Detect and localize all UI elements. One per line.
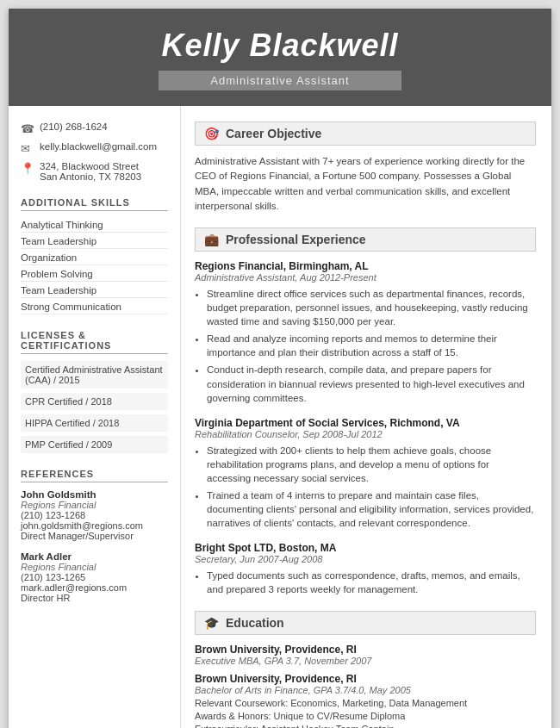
job-bullets: Typed documents such as correspondence, … (195, 569, 536, 596)
career-objective-icon: 🎯 (204, 127, 219, 140)
ref-email: john.goldsmith@regions.com (21, 520, 168, 531)
license-item: CPR Certified / 2018 (21, 393, 168, 410)
resume-container: Kelly Blackwell Administrative Assistant… (9, 9, 551, 728)
email-item: ✉ kelly.blackwell@gmail.com (21, 141, 168, 155)
job-subtitle: Secretary, Jun 2007-Aug 2008 (195, 554, 536, 564)
job-item: Regions Financial, Birmingham, AL Admini… (195, 260, 536, 405)
job-company: Virginia Department of Social Services, … (195, 417, 536, 429)
ref-email: mark.adler@regions.com (21, 582, 168, 593)
ref-name: Mark Adler (21, 551, 168, 562)
job-bullet: Conduct in-depth research, compile data,… (207, 363, 536, 404)
school-degree: Bachelor of Arts in Finance, GPA 3.7/4.0… (195, 685, 536, 695)
career-objective-header: 🎯 Career Objective (195, 121, 536, 146)
license-item: PMP Certified / 2009 (21, 436, 168, 453)
job-bullet: Streamline direct office services such a… (207, 287, 536, 328)
job-company: Bright Spot LTD, Boston, MA (195, 542, 536, 554)
school-item: Brown University, Providence, RI Executi… (195, 644, 536, 666)
references-section: REFERENCES John Goldsmith Regions Financ… (21, 469, 168, 603)
reference-item: Mark Adler Regions Financial (210) 123-1… (21, 551, 168, 603)
job-bullet: Strategized with 200+ clients to help th… (207, 444, 536, 485)
license-item: Certified Administrative Assistant (CAA)… (21, 361, 168, 389)
job-subtitle: Rehabilitation Counselor, Sep 2008-Jul 2… (195, 429, 536, 439)
resume-header: Kelly Blackwell Administrative Assistant (9, 9, 551, 106)
school-item: Brown University, Providence, RI Bachelo… (195, 673, 536, 729)
skills-title: ADDITIONAL SKILLS (21, 197, 168, 211)
references-list: John Goldsmith Regions Financial (210) 1… (21, 489, 168, 603)
references-title: REFERENCES (21, 469, 168, 482)
location-icon: 📍 (21, 162, 34, 175)
ref-phone: (210) 123-1265 (21, 572, 168, 582)
career-objective-text: Administrative Assistant with 7+ years o… (195, 154, 536, 214)
jobs-list: Regions Financial, Birmingham, AL Admini… (195, 260, 536, 597)
candidate-name: Kelly Blackwell (26, 28, 534, 64)
licenses-section: LICENSES & CERTIFICATIONS Certified Admi… (21, 330, 168, 453)
job-bullet: Trained a team of 4 interns to prepare a… (207, 488, 536, 530)
ref-role: Director HR (21, 593, 168, 603)
licenses-list: Certified Administrative Assistant (CAA)… (21, 361, 168, 453)
phone-number: (210) 268-1624 (40, 121, 108, 132)
job-item: Bright Spot LTD, Boston, MA Secretary, J… (195, 542, 536, 596)
professional-experience-title: Professional Experience (226, 233, 366, 246)
skill-item: Problem Solving (21, 267, 168, 282)
professional-experience-section: 💼 Professional Experience Regions Financ… (195, 227, 536, 597)
education-title: Education (226, 616, 284, 630)
email-address: kelly.blackwell@gmail.com (40, 141, 157, 152)
email-icon: ✉ (21, 142, 34, 155)
school-degree: Executive MBA, GPA 3.7, November 2007 (195, 656, 536, 666)
professional-experience-header: 💼 Professional Experience (195, 227, 536, 252)
skill-item: Analytical Thinking (21, 218, 168, 233)
skill-item: Team Leadership (21, 234, 168, 249)
main-content: 🎯 Career Objective Administrative Assist… (181, 106, 551, 728)
edu-extracurricular: Extracurricular: Assistant Hockey Team C… (195, 724, 536, 729)
job-bullet: Read and analyze incoming reports and me… (207, 332, 536, 359)
phone-icon: ☎ (21, 122, 34, 135)
sidebar: ☎ (210) 268-1624 ✉ kelly.blackwell@gmail… (9, 106, 181, 728)
candidate-title: Administrative Assistant (159, 71, 401, 90)
education-icon: 🎓 (204, 616, 219, 630)
address-item: 📍 324, Blackwood Street San Antonio, TX … (21, 161, 168, 182)
skills-section: ADDITIONAL SKILLS Analytical ThinkingTea… (21, 197, 168, 314)
licenses-title: LICENSES & CERTIFICATIONS (21, 330, 168, 354)
school-name: Brown University, Providence, RI (195, 673, 536, 685)
phone-item: ☎ (210) 268-1624 (21, 121, 168, 135)
skill-item: Strong Communication (21, 300, 168, 314)
career-objective-section: 🎯 Career Objective Administrative Assist… (195, 121, 536, 214)
ref-company: Regions Financial (21, 562, 168, 572)
ref-company: Regions Financial (21, 500, 168, 510)
edu-awards: Awards & Honors: Unique to CV/Resume Dip… (195, 711, 536, 721)
skills-list: Analytical ThinkingTeam LeadershipOrgani… (21, 218, 168, 314)
schools-list: Brown University, Providence, RI Executi… (195, 644, 536, 729)
education-header: 🎓 Education (195, 611, 536, 635)
ref-phone: (210) 123-1268 (21, 510, 168, 520)
job-item: Virginia Department of Social Services, … (195, 417, 536, 531)
address: 324, Blackwood Street San Antonio, TX 78… (40, 161, 141, 182)
ref-name: John Goldsmith (21, 489, 168, 500)
skill-item: Organization (21, 251, 168, 265)
resume-body: ☎ (210) 268-1624 ✉ kelly.blackwell@gmail… (9, 106, 551, 728)
job-subtitle: Administrative Assistant, Aug 2012-Prese… (195, 272, 536, 283)
school-name: Brown University, Providence, RI (195, 644, 536, 656)
job-bullets: Streamline direct office services such a… (195, 287, 536, 405)
job-bullet: Typed documents such as correspondence, … (207, 569, 536, 596)
skill-item: Team Leadership (21, 283, 168, 298)
edu-courses: Relevant Coursework: Economics, Marketin… (195, 698, 536, 708)
job-company: Regions Financial, Birmingham, AL (195, 260, 536, 272)
job-bullets: Strategized with 200+ clients to help th… (195, 444, 536, 531)
ref-role: Direct Manager/Supervisor (21, 531, 168, 541)
license-item: HIPPA Certified / 2018 (21, 414, 168, 432)
reference-item: John Goldsmith Regions Financial (210) 1… (21, 489, 168, 541)
contact-section: ☎ (210) 268-1624 ✉ kelly.blackwell@gmail… (21, 121, 168, 182)
career-objective-title: Career Objective (226, 127, 321, 140)
education-section: 🎓 Education Brown University, Providence… (195, 611, 536, 729)
professional-experience-icon: 💼 (204, 233, 219, 246)
